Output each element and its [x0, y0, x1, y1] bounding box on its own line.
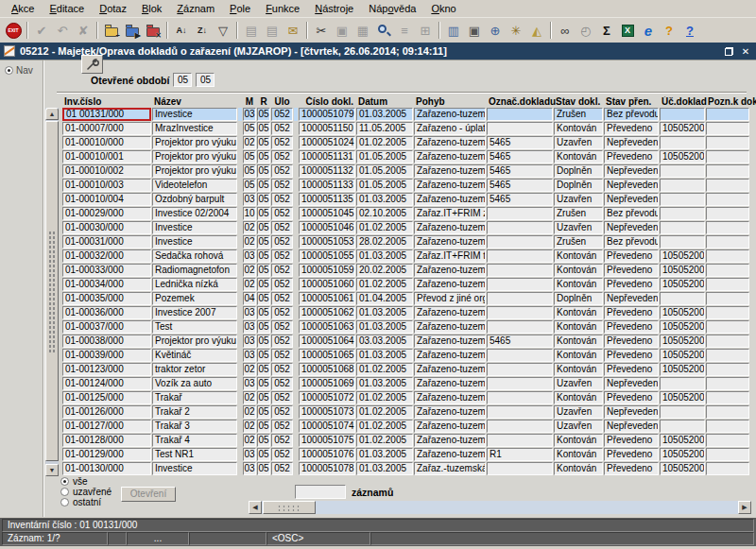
cell-datum[interactable]: 03.03.2005	[356, 335, 413, 348]
cell-name[interactable]: Trakař 4	[152, 434, 237, 447]
cell-uc[interactable]	[660, 193, 705, 206]
cell-cislo[interactable]: 1000051074	[299, 420, 355, 433]
cell-m[interactable]: 02	[243, 221, 256, 234]
cell-pozn[interactable]	[706, 249, 749, 263]
search-icon[interactable]	[374, 21, 393, 40]
cell-name[interactable]: Test	[152, 320, 237, 334]
cell-cislo[interactable]: 1000051150	[299, 122, 355, 135]
cell-uc[interactable]	[660, 235, 705, 249]
cell-name[interactable]: Investice	[152, 235, 237, 249]
cell-pozn[interactable]	[706, 235, 749, 249]
cell-name[interactable]: Ozdobný barpult	[152, 193, 237, 206]
table-row[interactable]: 01-00124/000Vozík za auto030505210000510…	[62, 377, 756, 391]
table-row[interactable]: 01-00039/000Květináč0305052100005106501.…	[62, 349, 756, 363]
cell-pozn[interactable]	[706, 335, 749, 348]
cell-uc[interactable]	[660, 164, 705, 178]
cell-pozn[interactable]	[706, 448, 749, 461]
cell-datum[interactable]: 01.02.2005	[356, 405, 413, 419]
menu-item-blok[interactable]: Blok	[134, 2, 169, 16]
cell-oznac[interactable]	[487, 235, 553, 249]
period-month-field[interactable]: 05	[173, 73, 192, 87]
cell-datum[interactable]: 28.02.2005	[356, 235, 413, 249]
menu-item-funkce[interactable]: Funkce	[258, 2, 307, 16]
table-row[interactable]: 01-00010/002Projektor pro výuku050505210…	[62, 164, 756, 179]
cell-cislo[interactable]: 1000051065	[299, 349, 355, 362]
cell-uc[interactable]	[660, 405, 705, 419]
cell-ulo[interactable]: 052	[271, 462, 293, 475]
cell-r[interactable]: 05	[257, 179, 270, 192]
cell-ulo[interactable]: 052	[271, 448, 293, 461]
cell-pozn[interactable]	[706, 391, 749, 404]
cell-r[interactable]: 05	[257, 193, 270, 206]
cell-uc[interactable]: 1050520005	[660, 448, 705, 461]
cell-pohyb[interactable]: Zařazeno-tuzems	[414, 320, 486, 334]
horizontal-scroll-thumb[interactable]	[263, 501, 316, 514]
nav-toggle[interactable]: Nav	[5, 65, 33, 76]
cell-cislo[interactable]: 1000051131	[299, 150, 355, 163]
table-row[interactable]: 01-00010/004Ozdobný barpult0305052100005…	[62, 193, 756, 207]
cell-datum[interactable]: 01.03.2005	[356, 249, 413, 263]
scroll-up-button[interactable]: ▲	[45, 108, 59, 120]
cell-r[interactable]: 05	[257, 207, 270, 220]
cell-name[interactable]: Radiomagnetofon	[152, 264, 237, 277]
cell-datum[interactable]: 01.03.2005	[356, 108, 413, 121]
cell-datum[interactable]: 01.03.2005	[356, 462, 413, 475]
cell-r[interactable]: 05	[257, 235, 270, 249]
cell-oznac[interactable]	[487, 391, 553, 404]
cell-m[interactable]: 05	[243, 164, 256, 178]
print-icon[interactable]: ▤	[242, 21, 261, 40]
cell-cislo[interactable]: 1000051046	[299, 221, 355, 234]
cell-name[interactable]: Lednička nízká	[152, 278, 237, 291]
cell-pohyb[interactable]: Zařaz.IT+FRIM tuz	[414, 249, 486, 263]
cell-r[interactable]: 05	[257, 335, 270, 348]
cell-uc[interactable]: 1050520001	[660, 278, 705, 291]
cell-stavp[interactable]: Převedeno	[604, 278, 659, 291]
cell-oznac[interactable]	[487, 377, 553, 390]
table-row[interactable]: 01-00128/000Trakař 40205052100005107501.…	[62, 434, 756, 448]
cell-name[interactable]: Projektor pro výuku	[152, 164, 237, 178]
cell-r[interactable]: 05	[257, 306, 270, 319]
cell-cislo[interactable]: 1000051062	[299, 306, 355, 319]
cell-ulo[interactable]: 052	[271, 179, 293, 192]
cell-r[interactable]: 05	[257, 434, 270, 447]
cell-pohyb[interactable]: Zařaz.-tuzemská	[414, 462, 486, 475]
cell-m[interactable]: 03	[243, 249, 256, 263]
cell-m[interactable]: 02	[243, 420, 256, 433]
cell-pohyb[interactable]: Zařazeno-tuzems	[414, 363, 486, 376]
cell-pozn[interactable]	[706, 108, 749, 121]
cell-oznac[interactable]	[487, 108, 553, 121]
cell-r[interactable]: 05	[257, 420, 270, 433]
cell-inv[interactable]: 01-00123/000	[62, 363, 151, 376]
cell-name[interactable]: Sedačka rohová	[152, 249, 237, 263]
cell-pohyb[interactable]: Zařazeno-tuzems	[414, 434, 486, 447]
cell-oznac[interactable]	[487, 420, 553, 433]
help-agent-icon[interactable]: ?	[660, 21, 679, 40]
table-row[interactable]: 01-00127/000Trakař 30205052100005107401.…	[62, 420, 756, 434]
cell-r[interactable]: 05	[257, 122, 270, 135]
cell-uc[interactable]	[660, 221, 705, 234]
cell-r[interactable]: 05	[257, 221, 270, 234]
cut-icon[interactable]: ✂	[312, 21, 331, 40]
cell-inv[interactable]: 01-00032/000	[62, 249, 151, 263]
clock-icon[interactable]: ◴	[576, 21, 595, 40]
menu-item-dotaz[interactable]: Dotaz	[92, 2, 134, 16]
cell-r[interactable]: 05	[257, 320, 270, 334]
cell-ulo[interactable]: 052	[271, 164, 293, 178]
table-row[interactable]: 01-00130/000Investice0305052100005107801…	[62, 462, 756, 476]
menu-item-pole[interactable]: Pole	[222, 2, 258, 16]
cell-m[interactable]: 02	[243, 235, 256, 249]
table-row[interactable]: 01-00010/003Videotelefon0505052100005113…	[62, 179, 756, 193]
cell-stavd[interactable]: Kontován	[554, 462, 603, 475]
filter-option-uzavrene[interactable]: uzavřené	[60, 487, 112, 496]
duplicate-record-icon[interactable]: ▶	[123, 21, 142, 40]
cell-cislo[interactable]: 1000051068	[299, 363, 355, 376]
cell-m[interactable]: 02	[243, 405, 256, 419]
cell-stavd[interactable]: Kontován	[554, 150, 603, 163]
excel-icon[interactable]: X	[618, 21, 637, 40]
cell-oznac[interactable]	[487, 349, 553, 362]
cell-stavp[interactable]: Převedeno	[604, 320, 659, 334]
cell-pozn[interactable]	[706, 179, 749, 192]
notes-icon[interactable]: ▣	[465, 21, 484, 40]
table-row[interactable]: 01 00131/000Investice0305052100005107901…	[62, 108, 756, 122]
clipboard-icon[interactable]: ▥	[444, 21, 463, 40]
